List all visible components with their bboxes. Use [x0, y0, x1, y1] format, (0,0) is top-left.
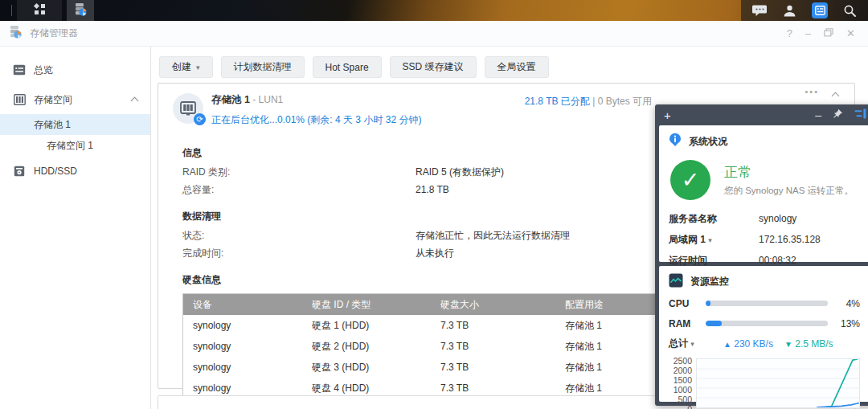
ssd-cache-advisor-button[interactable]: SSD 缓存建议: [390, 56, 477, 78]
pool-lun: - LUN1: [252, 94, 283, 105]
hdd-icon: [13, 165, 26, 178]
cpu-percent: 4%: [836, 298, 860, 309]
resource-monitor-header: 资源监控: [669, 273, 860, 290]
chevron-up-icon[interactable]: [131, 97, 139, 105]
button-label: 全局设置: [497, 60, 536, 74]
add-widget-button[interactable]: +: [664, 108, 671, 122]
cell-id-type: 硬盘 4 (HDD): [312, 382, 440, 395]
resource-monitor-widget: 资源监控 CPU 4% RAM 13% 总计 ▾ ▲ 230 KB/s ▼ 2.…: [659, 266, 868, 402]
sidebar-item-overview[interactable]: 总览: [0, 59, 150, 80]
collapse-icon[interactable]: [833, 93, 838, 99]
cpu-label: CPU: [669, 298, 706, 309]
column-header: 硬盘大小: [440, 298, 565, 312]
system-health-widget: 系统状况 ✓ 正常 您的 Synology NAS 运转正常。 服务器名称 sy…: [659, 125, 868, 262]
separator: |: [592, 96, 595, 107]
row-value: 从未执行: [416, 247, 454, 260]
search-icon[interactable]: [843, 4, 857, 18]
overview-icon: [13, 63, 26, 76]
storage-manager-icon: [73, 2, 88, 19]
button-label: Hot Spare: [326, 62, 369, 73]
cell-device: synology: [183, 341, 312, 352]
sidebar-item-storage-pool-1[interactable]: 存储池 1: [0, 114, 150, 135]
cell-device: synology: [183, 382, 312, 394]
notifications-icon[interactable]: [752, 4, 768, 18]
window-title: 存储管理器: [30, 27, 78, 40]
pin-icon[interactable]: [833, 108, 843, 121]
lan-row: 局域网 1 ▾ 172.16.35.128: [669, 229, 860, 250]
hot-spare-button[interactable]: Hot Spare: [313, 56, 382, 78]
taskbar-divider: [11, 5, 12, 16]
cell-device: synology: [183, 320, 312, 331]
row-label: 运行时间: [669, 254, 759, 268]
main-menu-button[interactable]: [17, 0, 62, 21]
cell-size: 7.3 TB: [440, 341, 565, 352]
row-label[interactable]: 局域网 1 ▾: [669, 233, 759, 247]
cell-size: 7.3 TB: [440, 362, 565, 373]
row-label: 总容量:: [182, 183, 416, 197]
pool-allocation: 21.8 TB 已分配 | 0 Bytes 可用: [525, 95, 652, 108]
taskbar-storage-manager-button[interactable]: [67, 0, 94, 21]
health-status: ✓ 正常 您的 Synology NAS 运转正常。: [670, 160, 860, 200]
sync-badge-icon: ⟳: [194, 113, 206, 125]
row-label: 状态:: [182, 229, 416, 243]
more-options-icon[interactable]: •••: [805, 87, 819, 96]
create-button[interactable]: 创建 ▾: [159, 56, 213, 78]
cpu-bar: [706, 301, 828, 306]
window-controls: ? – ✕: [787, 27, 855, 39]
row-value: RAID 5 (有数据保护): [416, 166, 504, 179]
sidebar-item-label: 存储空间: [34, 93, 72, 107]
storage-volumes-icon: [13, 93, 26, 106]
sidebar-item-storage[interactable]: 存储空间: [0, 89, 150, 110]
pool-name: 存储池 1: [211, 94, 250, 105]
restore-button[interactable]: [824, 27, 833, 39]
cell-id-type: 硬盘 3 (HDD): [312, 361, 440, 374]
global-settings-button[interactable]: 全局设置: [485, 56, 549, 78]
widget-title: 资源监控: [690, 275, 729, 288]
row-label: RAID 类别:: [182, 166, 416, 179]
widgets-panel-header: + –: [659, 104, 868, 125]
upload-rate: ▲ 230 KB/s: [723, 338, 773, 350]
upload-series-line: [817, 403, 859, 407]
row-label: 服务器名称: [669, 212, 759, 226]
help-button[interactable]: ?: [787, 27, 792, 39]
sidebar-item-volume-1[interactable]: 存储空间 1: [0, 135, 150, 156]
cell-size: 7.3 TB: [440, 382, 565, 394]
user-account-icon[interactable]: [783, 4, 796, 18]
sidebar-item-hdd-ssd[interactable]: HDD/SSD: [0, 161, 150, 182]
column-header: 硬盘 ID / 类型: [312, 298, 440, 312]
download-arrow-icon: ▼: [784, 340, 792, 349]
caret-down-icon: ▾: [690, 340, 694, 348]
upload-arrow-icon: ▲: [723, 340, 731, 349]
create-button-label: 创建: [172, 60, 191, 74]
download-rate: ▼ 2.5 MB/s: [784, 338, 833, 350]
resource-monitor-icon: [669, 273, 683, 290]
minimize-button[interactable]: –: [805, 27, 811, 39]
caret-down-icon: ▾: [196, 63, 200, 72]
chart-y-axis: 2500 2000 1500 1000 500 0: [669, 356, 696, 409]
desktop: 存储管理器 ? – ✕ 总览 存储空间: [0, 0, 868, 409]
cell-device: synology: [183, 362, 312, 373]
ram-bar: [706, 321, 828, 326]
total-label[interactable]: 总计 ▾: [669, 337, 706, 350]
window-titlebar: 存储管理器 ? – ✕: [0, 21, 868, 47]
storage-pool-icon: ⟳: [173, 93, 203, 124]
health-check-icon: ✓: [670, 160, 710, 200]
widgets-icon[interactable]: [812, 2, 828, 18]
allocated-text: 21.8 TB 已分配: [525, 96, 590, 107]
main-menu-icon: [33, 2, 47, 18]
cell-id-type: 硬盘 1 (HDD): [312, 319, 440, 333]
data-scrubbing-schedule-button[interactable]: 计划数据清理: [221, 56, 305, 78]
toolbar: 创建 ▾ 计划数据清理 Hot Spare SSD 缓存建议 全局设置: [151, 47, 868, 78]
cell-size: 7.3 TB: [440, 320, 565, 331]
row-value: 存储池正忙，因此无法运行数据清理: [416, 229, 570, 243]
chart-plot-area: [696, 358, 860, 408]
sidebar-item-label: 存储空间 1: [47, 139, 93, 153]
minimize-widgets-button[interactable]: –: [815, 108, 821, 121]
ram-row: RAM 13%: [669, 313, 860, 333]
close-button[interactable]: ✕: [846, 27, 855, 39]
storage-manager-title-icon: [8, 25, 23, 42]
dock-panel-icon[interactable]: [854, 108, 866, 121]
ram-percent: 13%: [836, 318, 860, 329]
widgets-panel: + – 系统状况 ✓ 正常: [655, 104, 868, 406]
info-pin-icon: [669, 133, 682, 150]
